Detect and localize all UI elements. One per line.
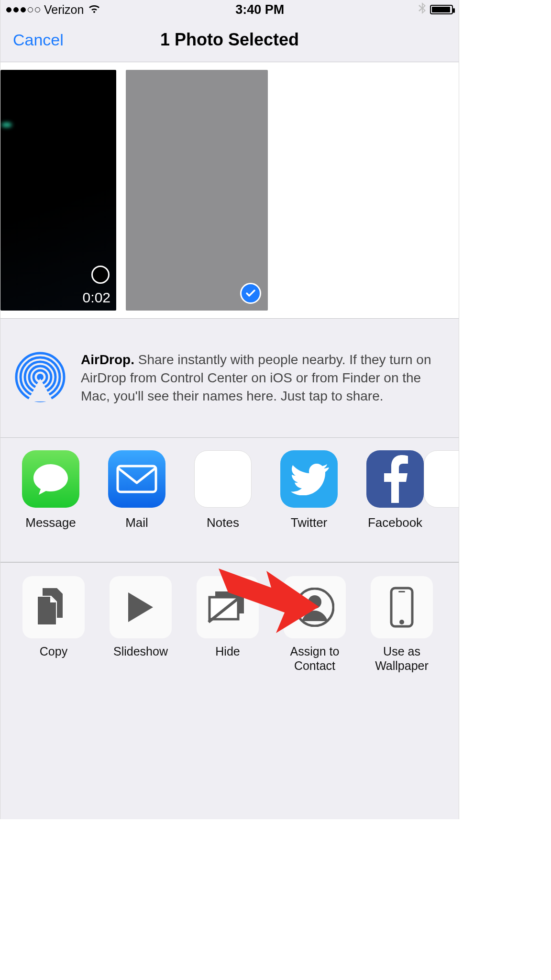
mail-icon — [108, 450, 165, 508]
photo-thumbnail-selected[interactable] — [126, 70, 268, 311]
video-duration: 0:02 — [83, 290, 110, 306]
copy-button[interactable]: Copy — [14, 576, 93, 706]
clock: 3:40 PM — [235, 2, 284, 17]
svg-rect-6 — [118, 466, 156, 492]
battery-icon — [430, 5, 453, 14]
twitter-icon — [280, 450, 338, 508]
contact-icon — [284, 576, 346, 638]
status-bar: Verizon 3:40 PM — [0, 0, 459, 19]
message-icon — [22, 450, 79, 508]
hide-icon — [197, 576, 259, 638]
share-sheet: Verizon 3:40 PM Cancel 1 Photo Selected … — [0, 0, 459, 819]
play-icon — [110, 576, 172, 638]
page-gutter-bottom — [0, 819, 551, 980]
carrier-label: Verizon — [44, 3, 84, 17]
nav-bar: Cancel 1 Photo Selected — [0, 19, 459, 62]
share-facebook-button[interactable]: Facebook — [359, 450, 431, 562]
assign-to-contact-button[interactable]: Assign to Contact — [275, 576, 354, 706]
page-title: 1 Photo Selected — [0, 30, 459, 50]
facebook-icon — [366, 450, 424, 508]
wifi-icon — [88, 2, 101, 17]
share-notes-button[interactable]: Notes — [187, 450, 259, 562]
share-more-button[interactable] — [445, 450, 459, 562]
share-mail-button[interactable]: Mail — [101, 450, 173, 562]
checkmark-icon[interactable] — [240, 283, 261, 304]
airdrop-section[interactable]: AirDrop. Share instantly with people nea… — [0, 318, 459, 438]
use-as-wallpaper-button[interactable]: Use as Wallpaper — [362, 576, 441, 706]
airdrop-icon — [14, 351, 66, 405]
phone-icon — [371, 576, 433, 638]
selection-ring-icon[interactable] — [447, 224, 459, 246]
svg-rect-14 — [398, 591, 405, 592]
notes-icon — [194, 450, 252, 508]
signal-dots-icon — [6, 7, 40, 12]
copy-icon — [22, 576, 85, 638]
slideshow-button[interactable]: Slideshow — [101, 576, 180, 706]
app-row[interactable]: Message Mail Notes Twitter Facebook — [0, 438, 459, 562]
svg-point-13 — [399, 620, 404, 624]
media-strip[interactable]: 0:02 — [0, 62, 459, 318]
airdrop-description: AirDrop. Share instantly with people nea… — [81, 351, 445, 405]
svg-point-11 — [308, 595, 321, 609]
action-row[interactable]: Copy Slideshow Hide Assign to Contact Us… — [0, 562, 459, 706]
selection-ring-icon[interactable] — [91, 266, 110, 284]
hide-button[interactable]: Hide — [188, 576, 267, 706]
video-thumbnail[interactable]: 0:02 — [0, 70, 116, 311]
share-twitter-button[interactable]: Twitter — [273, 450, 345, 562]
share-message-button[interactable]: Message — [15, 450, 87, 562]
bluetooth-icon — [419, 2, 426, 18]
